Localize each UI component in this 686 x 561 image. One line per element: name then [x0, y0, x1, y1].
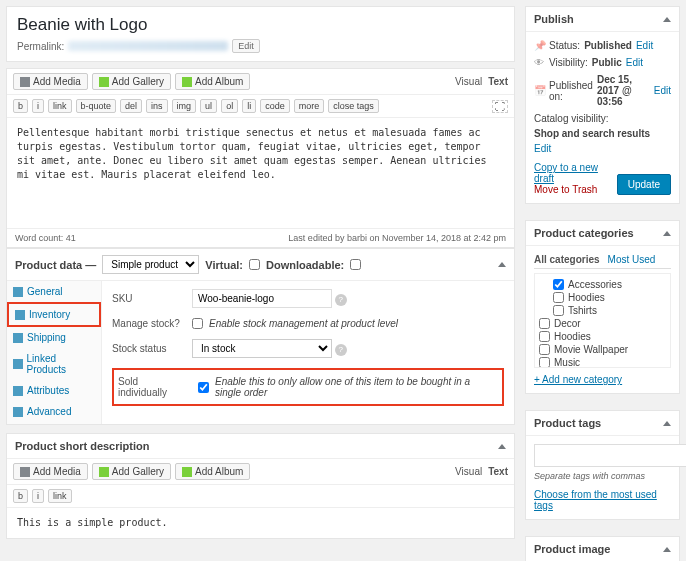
nav-icon — [13, 359, 23, 369]
collapse-icon[interactable] — [663, 547, 671, 552]
sku-label: SKU — [112, 293, 182, 304]
category-label: Movie Wallpaper — [554, 344, 628, 355]
editor-btn-ul[interactable]: ul — [200, 99, 217, 113]
stock-status-select[interactable]: In stock — [192, 339, 332, 358]
date-edit-link[interactable]: Edit — [654, 85, 671, 96]
pin-icon: 📌 — [534, 40, 545, 51]
tag-hint: Separate tags with commas — [534, 471, 671, 481]
category-label: Decor — [554, 318, 581, 329]
publish-header: Publish — [534, 13, 574, 25]
collapse-icon[interactable] — [663, 421, 671, 426]
nav-icon — [15, 310, 25, 320]
fullscreen-icon[interactable]: ⛶ — [492, 100, 508, 113]
category-label: Music — [554, 357, 580, 368]
tag-input[interactable] — [534, 444, 686, 467]
album-icon — [182, 467, 192, 477]
permalink-edit-button[interactable]: Edit — [232, 39, 260, 53]
category-checkbox[interactable] — [553, 279, 564, 290]
nav-shipping[interactable]: Shipping — [7, 327, 101, 348]
nav-advanced[interactable]: Advanced — [7, 401, 101, 422]
nav-icon — [13, 407, 23, 417]
stock-status-label: Stock status — [112, 343, 182, 354]
content-editor: Add Media Add Gallery Add Album Visual T… — [6, 68, 515, 248]
sold-individually-checkbox[interactable] — [198, 382, 209, 393]
sku-input[interactable] — [192, 289, 332, 308]
collapse-icon[interactable] — [498, 262, 506, 267]
editor-btn-i[interactable]: i — [32, 489, 44, 503]
category-checkbox[interactable] — [539, 318, 550, 329]
add-gallery-button[interactable]: Add Gallery — [92, 73, 171, 90]
tab-visual[interactable]: Visual — [455, 76, 482, 87]
editor-btn-i[interactable]: i — [32, 99, 44, 113]
editor-btn-b-quote[interactable]: b-quote — [76, 99, 117, 113]
editor-btn-b[interactable]: b — [13, 99, 28, 113]
nav-inventory[interactable]: Inventory — [7, 302, 101, 327]
nav-icon — [13, 287, 23, 297]
copy-draft-link[interactable]: Copy to a new draft — [534, 162, 617, 184]
manage-stock-checkbox[interactable] — [192, 318, 203, 329]
virtual-checkbox[interactable] — [249, 259, 260, 270]
tab-most-used[interactable]: Most Used — [608, 254, 656, 265]
sold-individually-label: Sold individually — [118, 376, 188, 398]
update-button[interactable]: Update — [617, 174, 671, 195]
short-desc-textarea[interactable]: This is a simple product. — [7, 508, 514, 538]
editor-btn-ol[interactable]: ol — [221, 99, 238, 113]
status-edit-link[interactable]: Edit — [636, 40, 653, 51]
add-media-button[interactable]: Add Media — [13, 463, 88, 480]
nav-general[interactable]: General — [7, 281, 101, 302]
category-label: Hoodies — [568, 292, 605, 303]
editor-textarea[interactable]: Pellentesque habitant morbi tristique se… — [7, 118, 514, 228]
editor-btn-del[interactable]: del — [120, 99, 142, 113]
add-new-category-link[interactable]: + Add new category — [534, 374, 671, 385]
product-data-panel: Product data — Simple product Virtual: D… — [6, 248, 515, 425]
choose-tags-link[interactable]: Choose from the most used tags — [534, 489, 671, 511]
category-checkbox[interactable] — [539, 344, 550, 355]
manage-stock-text: Enable stock management at product level — [209, 318, 398, 329]
editor-btn-code[interactable]: code — [260, 99, 290, 113]
add-album-button[interactable]: Add Album — [175, 73, 250, 90]
editor-btn-close-tags[interactable]: close tags — [328, 99, 379, 113]
categories-panel: Product categories All categories Most U… — [525, 220, 680, 394]
collapse-icon[interactable] — [498, 444, 506, 449]
category-checkbox[interactable] — [539, 331, 550, 342]
move-to-trash-link[interactable]: Move to Trash — [534, 184, 617, 195]
collapse-icon[interactable] — [663, 231, 671, 236]
product-type-select[interactable]: Simple product — [102, 255, 199, 274]
help-icon[interactable]: ? — [335, 344, 347, 356]
editor-btn-ins[interactable]: ins — [146, 99, 168, 113]
nav-icon — [13, 386, 23, 396]
tab-text[interactable]: Text — [488, 76, 508, 87]
word-count: Word count: 41 — [15, 233, 76, 243]
tab-all-categories[interactable]: All categories — [534, 254, 600, 265]
downloadable-checkbox[interactable] — [350, 259, 361, 270]
category-checkbox[interactable] — [553, 305, 564, 316]
virtual-label: Virtual: — [205, 259, 243, 271]
visibility-edit-link[interactable]: Edit — [626, 57, 643, 68]
editor-btn-link[interactable]: link — [48, 99, 72, 113]
help-icon[interactable]: ? — [335, 294, 347, 306]
editor-btn-more[interactable]: more — [294, 99, 325, 113]
catalog-edit-link[interactable]: Edit — [534, 143, 551, 154]
category-checkbox[interactable] — [553, 292, 564, 303]
nav-linked-products[interactable]: Linked Products — [7, 348, 101, 380]
permalink-label: Permalink: — [17, 41, 64, 52]
add-gallery-button[interactable]: Add Gallery — [92, 463, 171, 480]
page-title: Beanie with Logo — [17, 15, 504, 35]
add-album-button[interactable]: Add Album — [175, 463, 250, 480]
editor-btn-img[interactable]: img — [172, 99, 197, 113]
gallery-icon — [99, 467, 109, 477]
category-checkbox[interactable] — [539, 357, 550, 368]
permalink-url[interactable] — [68, 41, 228, 51]
nav-attributes[interactable]: Attributes — [7, 380, 101, 401]
tab-text[interactable]: Text — [488, 466, 508, 477]
categories-header: Product categories — [534, 227, 634, 239]
category-label: Accessories — [568, 279, 622, 290]
collapse-icon[interactable] — [663, 17, 671, 22]
tab-visual[interactable]: Visual — [455, 466, 482, 477]
tags-panel: Product tags Add Separate tags with comm… — [525, 410, 680, 520]
add-media-button[interactable]: Add Media — [13, 73, 88, 90]
editor-btn-b[interactable]: b — [13, 489, 28, 503]
editor-btn-link[interactable]: link — [48, 489, 72, 503]
editor-btn-li[interactable]: li — [242, 99, 256, 113]
short-description-panel: Product short description Add Media Add … — [6, 433, 515, 539]
